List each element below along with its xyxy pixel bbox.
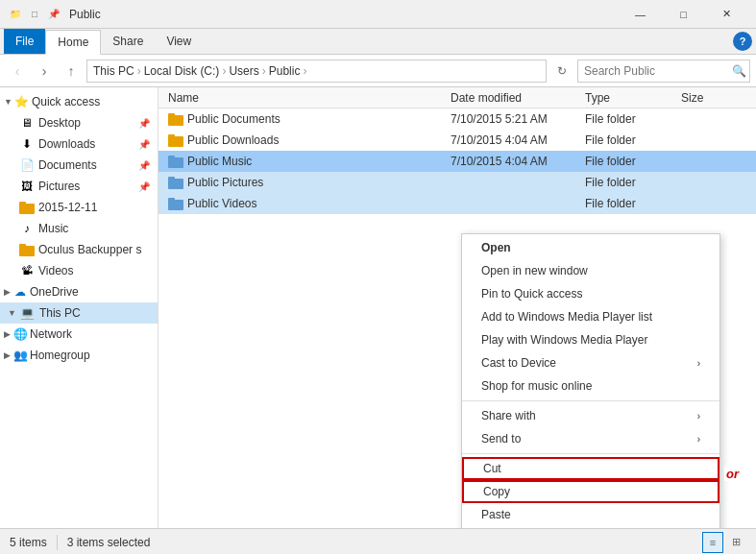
window-icon: 📁	[8, 7, 23, 22]
back-button[interactable]: ‹	[6, 60, 29, 83]
folder-icon	[168, 176, 183, 189]
pin-icon: 📌	[138, 181, 150, 192]
ctx-send-to[interactable]: Send to ›	[462, 427, 719, 450]
main-content: ▼ ⭐ Quick access 🖥 Desktop 📌 ⬇ Downloads…	[0, 87, 756, 528]
selected-count: 3 items selected	[67, 536, 151, 549]
close-button[interactable]: ✕	[705, 0, 748, 29]
pin-icon: 📌	[138, 139, 150, 150]
sidebar-2015-label: 2015-12-11	[38, 201, 97, 214]
sidebar-homegroup[interactable]: ▶ 👥 Homegroup	[0, 345, 158, 366]
ctx-pin-quick-access[interactable]: Pin to Quick access	[462, 282, 719, 305]
table-row[interactable]: Public Downloads 7/10/2015 4:04 AM File …	[159, 130, 756, 151]
sidebar-item-documents[interactable]: 📄 Documents 📌	[0, 155, 158, 176]
forward-button[interactable]: ›	[33, 60, 56, 83]
pin-icon: 📌	[138, 160, 150, 171]
ctx-paste[interactable]: Paste	[462, 503, 719, 526]
maximize-button[interactable]: □	[662, 0, 705, 29]
sidebar-item-music[interactable]: ♪ Music	[0, 218, 158, 239]
folder-icon	[19, 201, 35, 214]
submenu-arrow-icon: ›	[697, 411, 700, 422]
sidebar-onedrive[interactable]: ▶ ☁ OneDrive	[0, 281, 158, 302]
homegroup-icon: 👥	[12, 348, 28, 363]
file-type: File folder	[579, 176, 675, 189]
chevron-icon: ▼	[8, 308, 16, 318]
file-name-cell: Public Music	[162, 155, 445, 168]
file-date: 7/10/2015 4:04 AM	[445, 133, 579, 147]
ctx-add-media-player[interactable]: Add to Windows Media Player list	[462, 305, 719, 328]
sidebar-network[interactable]: ▶ 🌐 Network	[0, 324, 158, 345]
col-date[interactable]: Date modified	[445, 87, 579, 108]
status-bar: 5 items 3 items selected ≡ ⊞	[0, 528, 756, 554]
col-type[interactable]: Type	[579, 87, 675, 108]
refresh-button[interactable]: ↻	[550, 60, 573, 83]
items-count: 5 items	[10, 536, 47, 549]
view-buttons: ≡ ⊞	[702, 532, 746, 553]
ctx-shop-music[interactable]: Shop for music online	[462, 374, 719, 397]
ctx-play-media-player[interactable]: Play with Windows Media Player	[462, 328, 719, 351]
sidebar-item-pictures[interactable]: 🖼 Pictures 📌	[0, 176, 158, 197]
view-details-button[interactable]: ≡	[702, 532, 723, 553]
file-name-cell: Public Videos	[162, 197, 445, 210]
sidebar-item-downloads[interactable]: ⬇ Downloads 📌	[0, 133, 158, 155]
sidebar-item-desktop[interactable]: 🖥 Desktop 📌	[0, 112, 158, 133]
network-label: Network	[30, 327, 72, 341]
table-row[interactable]: Public Videos File folder	[159, 193, 756, 214]
ctx-cast-device[interactable]: Cast to Device ›	[462, 351, 719, 374]
or-label: or	[724, 467, 741, 481]
oculus-icon	[19, 243, 35, 256]
sidebar-quick-access[interactable]: ▼ ⭐ Quick access	[0, 91, 158, 112]
context-menu: Open Open in new window Pin to Quick acc…	[461, 233, 720, 528]
videos-icon: 📽	[19, 263, 35, 278]
sidebar-item-videos[interactable]: 📽 Videos	[0, 260, 158, 281]
minimize-button[interactable]: —	[619, 0, 662, 29]
file-date: 7/10/2015 4:04 AM	[445, 155, 579, 168]
desktop-icon: 🖥	[19, 115, 35, 131]
sidebar-item-oculus[interactable]: Oculus Backupper s	[0, 239, 158, 260]
col-size[interactable]: Size	[675, 87, 752, 108]
path-public: Public	[269, 64, 301, 78]
folder-icon	[168, 112, 183, 126]
quick-access-icon: □	[27, 7, 42, 22]
tab-file[interactable]: File	[4, 29, 45, 54]
col-name[interactable]: Name	[162, 87, 445, 108]
file-name: Public Videos	[187, 197, 257, 210]
table-row[interactable]: Public Pictures File folder	[159, 172, 756, 193]
folder-icon	[168, 197, 183, 210]
ctx-cut[interactable]: Cut	[462, 457, 719, 480]
file-name: Public Documents	[187, 112, 280, 126]
ctx-open[interactable]: Open	[462, 236, 719, 259]
ctx-copy[interactable]: Copy	[462, 480, 719, 503]
tab-home[interactable]: Home	[45, 30, 101, 55]
tab-view[interactable]: View	[155, 29, 203, 54]
sidebar-item-thispc[interactable]: ▼ 💻 This PC	[0, 302, 158, 324]
network-icon: 🌐	[12, 326, 28, 342]
sidebar-documents-label: Documents	[38, 158, 97, 172]
ctx-separator	[462, 453, 719, 454]
help-button[interactable]: ?	[733, 32, 752, 51]
address-path[interactable]: This PC › Local Disk (C:) › Users › Publ…	[86, 60, 547, 83]
onedrive-label: OneDrive	[30, 285, 79, 299]
ctx-open-new-window[interactable]: Open in new window	[462, 259, 719, 282]
sidebar-item-2015[interactable]: 2015-12-11	[0, 197, 158, 218]
up-button[interactable]: ↑	[60, 60, 83, 83]
view-tiles-button[interactable]: ⊞	[725, 532, 746, 553]
search-input[interactable]	[584, 64, 728, 78]
path-localdisk: Local Disk (C:)	[144, 64, 220, 78]
table-row[interactable]: Public Documents 7/10/2015 5:21 AM File …	[159, 108, 756, 130]
submenu-arrow-icon: ›	[697, 358, 700, 369]
chevron-icon: ▶	[4, 287, 11, 297]
homegroup-label: Homegroup	[30, 349, 90, 362]
ribbon-tabs: File Home Share View ?	[0, 29, 756, 54]
folder-icon	[168, 133, 183, 147]
file-list-header: Name Date modified Type Size	[159, 87, 756, 108]
table-row[interactable]: Public Music 7/10/2015 4:04 AM File fold…	[159, 151, 756, 172]
file-name-cell: Public Documents	[162, 112, 445, 126]
ctx-share-with[interactable]: Share with ›	[462, 404, 719, 427]
sidebar-desktop-label: Desktop	[38, 116, 81, 130]
sidebar-pictures-label: Pictures	[38, 180, 80, 193]
downloads-icon: ⬇	[19, 136, 35, 152]
thispc-icon: 💻	[20, 305, 36, 321]
tab-share[interactable]: Share	[101, 29, 155, 54]
path-thispc: This PC	[93, 64, 134, 78]
folder-icon	[168, 155, 183, 168]
